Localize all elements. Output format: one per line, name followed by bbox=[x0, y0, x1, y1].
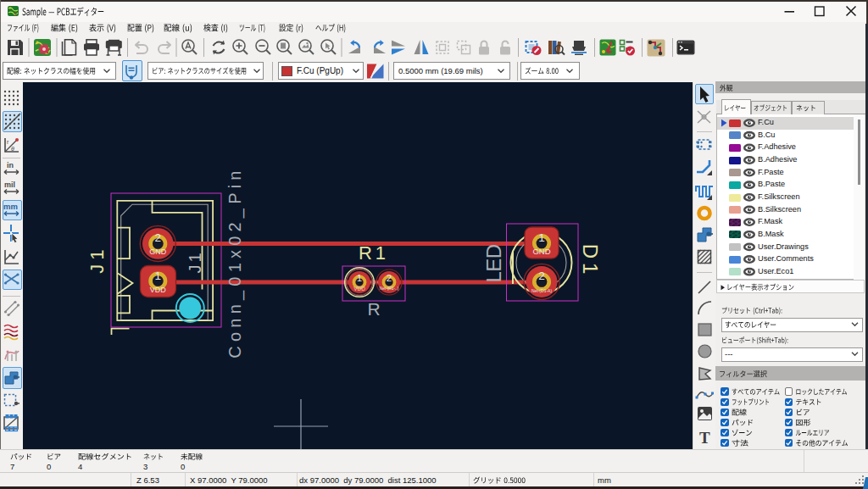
svg-text:R1: R1 bbox=[359, 242, 389, 264]
svg-text:1: 1 bbox=[155, 270, 162, 282]
svg-text:1: 1 bbox=[357, 273, 362, 283]
svg-text:GND: GND bbox=[149, 247, 167, 256]
svg-text:2: 2 bbox=[538, 270, 545, 282]
svg-text:2: 2 bbox=[387, 273, 392, 283]
svg-text:2: 2 bbox=[155, 231, 162, 244]
svg-text:GND: GND bbox=[532, 247, 550, 256]
svg-text:Net-(R1-..): Net-(R1-..) bbox=[380, 286, 399, 291]
svg-text:Net-(D1-A): Net-(D1-A) bbox=[531, 288, 553, 293]
svg-text:LED: LED bbox=[482, 244, 505, 282]
svg-text:R: R bbox=[367, 299, 380, 319]
svg-text:J1: J1 bbox=[86, 245, 108, 273]
svg-text:D1: D1 bbox=[579, 244, 602, 279]
svg-text:J1: J1 bbox=[186, 250, 204, 273]
svg-text:VDD: VDD bbox=[150, 286, 167, 294]
svg-text:1: 1 bbox=[538, 231, 545, 244]
svg-text:VDD: VDD bbox=[353, 286, 365, 292]
svg-text:Conn_01x02_Pin: Conn_01x02_Pin bbox=[225, 166, 245, 358]
